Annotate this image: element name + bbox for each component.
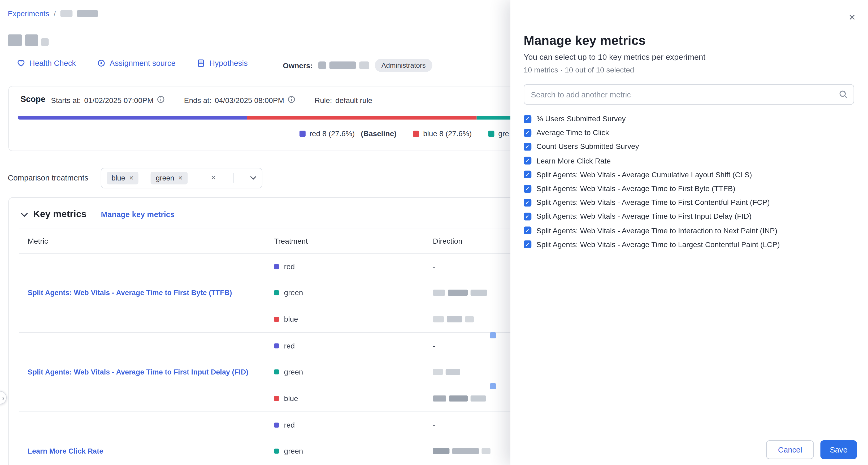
checkbox-checked-icon[interactable] <box>524 227 531 234</box>
metric-option[interactable]: Split Agents: Web Vitals - Average Time … <box>524 237 854 252</box>
column-header-treatment: Treatment <box>274 237 433 245</box>
tab-assignment-source[interactable]: Assignment source <box>97 59 175 67</box>
breadcrumb: Experiments / <box>8 9 98 18</box>
scope-starts: Starts at:01/02/2025 07:00PM <box>51 95 165 105</box>
comparison-treatments-label: Comparison treatments <box>8 173 88 182</box>
panel-subtitle: You can select up to 10 key metrics per … <box>524 53 854 61</box>
chevron-down-icon[interactable] <box>250 176 256 180</box>
comparison-treatments-row: Comparison treatments blue ✕ green ✕ ✕ <box>8 167 262 188</box>
page-title-redacted <box>8 34 49 46</box>
legend-item: gre <box>488 129 509 138</box>
collapse-chevron-icon[interactable] <box>21 210 28 219</box>
key-metrics-title: Key metrics <box>33 209 87 220</box>
manage-key-metrics-link[interactable]: Manage key metrics <box>101 210 175 219</box>
treatment-chip-blue[interactable]: blue ✕ <box>106 171 139 184</box>
checkbox-checked-icon[interactable] <box>524 212 531 220</box>
metric-option[interactable]: Split Agents: Web Vitals - Average Time … <box>524 181 854 196</box>
metric-option[interactable]: Split Agents: Web Vitals - Average Time … <box>524 224 854 237</box>
redacted-owner <box>318 62 326 69</box>
legend-swatch <box>488 130 495 137</box>
page-tabs: Health Check Assignment source Hypothesi… <box>17 59 248 67</box>
treatment-color-dot <box>274 396 279 401</box>
metric-link[interactable]: Learn More Click Rate <box>28 446 103 456</box>
metric-link[interactable]: Split Agents: Web Vitals - Average Time … <box>28 288 232 298</box>
checkbox-checked-icon[interactable] <box>524 171 531 178</box>
legend-swatch <box>300 130 306 137</box>
breadcrumb-experiments-link[interactable]: Experiments <box>8 9 49 18</box>
redacted-marker <box>490 383 496 389</box>
column-header-metric: Metric <box>19 237 274 245</box>
treatment-color-dot <box>274 370 279 375</box>
chevron-right-icon: › <box>2 394 4 402</box>
select-divider <box>232 173 233 183</box>
breadcrumb-separator: / <box>54 9 56 18</box>
metric-option[interactable]: Learn More Click Rate <box>524 154 854 168</box>
tab-health-check[interactable]: Health Check <box>17 59 76 67</box>
metric-option-label: Split Agents: Web Vitals - Average Time … <box>536 184 735 193</box>
legend-swatch <box>413 130 419 137</box>
info-icon[interactable] <box>157 95 165 105</box>
checkbox-checked-icon[interactable] <box>524 157 531 165</box>
sidebar-expand-button[interactable]: › <box>0 391 7 404</box>
panel-footer: Cancel Save <box>510 434 868 465</box>
target-icon <box>97 59 105 67</box>
experiment-page: Experiments / Health Check Assignment so… <box>0 0 868 465</box>
scope-title: Scope <box>21 94 45 104</box>
metric-option[interactable]: Count Users Submitted Survey <box>524 140 854 154</box>
metric-option[interactable]: % Users Submitted Survey <box>524 112 854 126</box>
treatment-color-dot <box>274 264 279 269</box>
panel-title: Manage key metrics <box>524 33 854 48</box>
metric-option[interactable]: Split Agents: Web Vitals - Average Time … <box>524 209 854 224</box>
close-icon[interactable]: ✕ <box>848 12 856 23</box>
metric-search-input[interactable] <box>524 84 854 105</box>
metric-option-label: Count Users Submitted Survey <box>536 143 639 151</box>
bar-segment <box>247 116 476 120</box>
redacted-owner <box>330 62 356 69</box>
checkbox-checked-icon[interactable] <box>524 240 531 248</box>
metric-option-label: Average Time to Click <box>536 129 609 137</box>
redacted-breadcrumb-item <box>60 10 72 17</box>
redacted-owner <box>359 62 369 69</box>
metrics-count-summary: 10 metrics · 10 out of 10 selected <box>524 66 854 74</box>
tab-label: Health Check <box>29 59 76 67</box>
metric-search <box>524 84 854 105</box>
redacted-breadcrumb-item <box>77 10 98 17</box>
checkbox-checked-icon[interactable] <box>524 185 531 193</box>
administrators-badge: Administrators <box>375 59 432 72</box>
manage-key-metrics-panel: ✕ Manage key metrics You can select up t… <box>510 0 868 465</box>
metric-option[interactable]: Average Time to Click <box>524 126 854 140</box>
heart-icon <box>17 59 26 67</box>
metric-option[interactable]: Split Agents: Web Vitals - Average Time … <box>524 196 854 210</box>
checkbox-checked-icon[interactable] <box>524 199 531 206</box>
metric-option-label: Split Agents: Web Vitals - Average Cumul… <box>536 170 752 179</box>
scope-meta: Starts at:01/02/2025 07:00PM Ends at:04/… <box>51 95 372 105</box>
scope-rule: Rule:default rule <box>315 96 372 104</box>
treatment-chip-green[interactable]: green ✕ <box>151 171 188 184</box>
chip-remove-icon[interactable]: ✕ <box>178 175 183 181</box>
checkbox-checked-icon[interactable] <box>524 115 531 123</box>
chip-remove-icon[interactable]: ✕ <box>129 175 134 181</box>
owners-label: Owners: <box>283 61 313 69</box>
redacted-marker <box>490 332 496 339</box>
treatment-color-dot <box>274 423 279 428</box>
tab-label: Hypothesis <box>209 59 248 67</box>
metric-option-label: Split Agents: Web Vitals - Average Time … <box>536 198 770 206</box>
bar-segment <box>18 116 247 120</box>
treatment-color-dot <box>274 290 279 295</box>
checkbox-checked-icon[interactable] <box>524 129 531 137</box>
cancel-button[interactable]: Cancel <box>766 440 814 459</box>
save-button[interactable]: Save <box>820 440 857 459</box>
clear-selection-icon[interactable]: ✕ <box>211 174 216 181</box>
comparison-treatments-select[interactable]: blue ✕ green ✕ ✕ <box>100 168 262 188</box>
treatment-color-dot <box>274 317 279 322</box>
tab-hypothesis[interactable]: Hypothesis <box>196 59 248 67</box>
metric-link[interactable]: Split Agents: Web Vitals - Average Time … <box>28 367 248 377</box>
checkbox-checked-icon[interactable] <box>524 143 531 150</box>
treatment-color-dot <box>274 449 279 454</box>
metric-option[interactable]: Split Agents: Web Vitals - Average Cumul… <box>524 168 854 182</box>
info-icon[interactable] <box>287 95 296 105</box>
metric-checkbox-list: % Users Submitted Survey Average Time to… <box>524 112 854 252</box>
metric-option-label: Learn More Click Rate <box>536 156 611 165</box>
metric-option-label: % Users Submitted Survey <box>536 115 626 123</box>
tab-label: Assignment source <box>110 59 175 67</box>
